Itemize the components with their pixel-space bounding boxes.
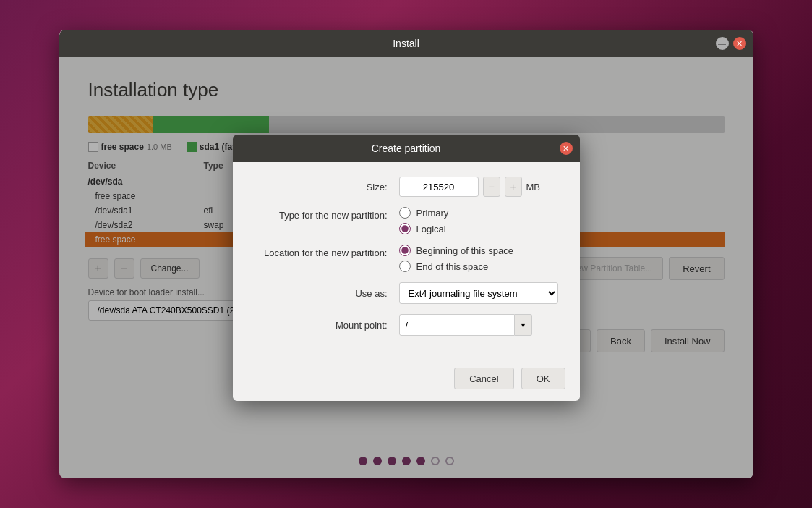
location-label: Location for the new partition:	[255, 245, 399, 258]
dialog-title: Create partition	[372, 143, 441, 154]
size-controls: − + MB	[399, 177, 558, 197]
use-as-row: Use as: Ext4 journaling file system	[255, 282, 558, 304]
location-end-label: End of this space	[416, 261, 489, 272]
type-row: Type for the new partition: Primary Logi…	[255, 207, 558, 234]
mount-point-row: Mount point: ▾	[255, 314, 558, 336]
size-label: Size:	[255, 182, 399, 192]
size-row: Size: − + MB	[255, 177, 558, 197]
mount-controls: ▾	[399, 314, 558, 336]
window-content: Installation type free space 1.0 MB sda1…	[59, 57, 753, 478]
dialog-titlebar: Create partition ✕	[233, 135, 580, 162]
dialog-overlay: Create partition ✕ Size: − + MB	[59, 57, 753, 478]
use-as-controls: Ext4 journaling file system	[399, 282, 558, 304]
location-options: Beginning of this space End of this spac…	[399, 245, 513, 272]
location-beginning-option[interactable]: Beginning of this space	[399, 245, 513, 256]
create-partition-dialog: Create partition ✕ Size: − + MB	[233, 135, 580, 401]
main-window: Install — ✕ Installation type free space…	[59, 30, 753, 478]
dialog-footer: Cancel OK	[233, 360, 580, 401]
dialog-cancel-button[interactable]: Cancel	[454, 368, 513, 389]
size-unit: MB	[526, 182, 541, 192]
location-end-radio[interactable]	[399, 261, 411, 272]
size-decrease-button[interactable]: −	[483, 177, 500, 197]
location-row: Location for the new partition: Beginnin…	[255, 245, 558, 272]
dialog-body: Size: − + MB Type for the new partition:	[233, 162, 580, 360]
location-end-option[interactable]: End of this space	[399, 261, 513, 272]
close-button[interactable]: ✕	[733, 37, 746, 50]
location-beginning-radio[interactable]	[399, 245, 411, 256]
type-options: Primary Logical	[399, 207, 449, 234]
dialog-ok-button[interactable]: OK	[521, 368, 565, 389]
type-primary-option[interactable]: Primary	[399, 207, 449, 219]
dialog-close-button[interactable]: ✕	[560, 142, 573, 155]
mount-input[interactable]	[399, 314, 515, 336]
use-as-label: Use as:	[255, 288, 399, 299]
mount-dropdown-button[interactable]: ▾	[515, 314, 532, 336]
location-beginning-label: Beginning of this space	[416, 245, 513, 256]
titlebar: Install — ✕	[59, 30, 753, 57]
minimize-button[interactable]: —	[716, 37, 729, 50]
type-logical-label: Logical	[416, 224, 446, 234]
use-as-select[interactable]: Ext4 journaling file system	[399, 282, 558, 304]
size-increase-button[interactable]: +	[505, 177, 522, 197]
window-controls: — ✕	[716, 37, 746, 50]
window-title: Install	[393, 38, 419, 49]
type-primary-radio[interactable]	[399, 207, 411, 219]
type-primary-label: Primary	[416, 208, 449, 219]
mount-point-label: Mount point:	[255, 320, 399, 331]
type-logical-option[interactable]: Logical	[399, 223, 449, 234]
size-input[interactable]	[399, 177, 479, 197]
type-label: Type for the new partition:	[255, 207, 399, 221]
type-logical-radio[interactable]	[399, 223, 411, 234]
